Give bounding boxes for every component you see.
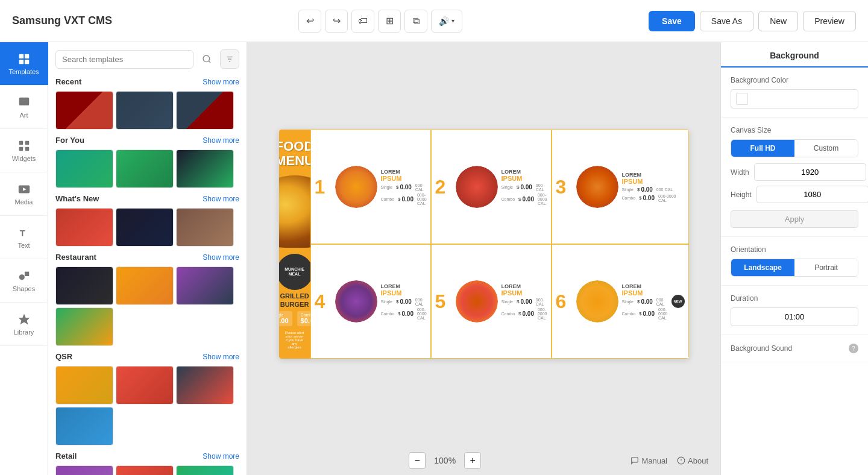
layers-button[interactable]: ⧉ xyxy=(404,10,427,33)
menu-right-grid: 1 LOREM IPSUM Single $0.00 000 CAL Combo… xyxy=(310,130,689,359)
full-hd-button[interactable]: Full HD xyxy=(731,140,794,157)
table-row[interactable]: 6 LOREM IPSUM Single $0.00 000 CAL Combo… xyxy=(552,244,689,359)
search-button[interactable] xyxy=(197,49,216,69)
table-row[interactable]: 3 LOREM IPSUM Single $0.00 000 CAL Combo… xyxy=(552,130,689,244)
item-image xyxy=(456,166,498,208)
svg-text:T: T xyxy=(19,228,25,238)
table-row[interactable]: 4 LOREM IPSUM Single $0.00 000 CAL Combo… xyxy=(310,244,431,359)
tag-button[interactable]: 🏷 xyxy=(351,10,374,33)
restaurant-grid xyxy=(55,266,239,346)
svg-marker-14 xyxy=(18,313,29,324)
list-item[interactable] xyxy=(55,366,113,404)
filter-button[interactable] xyxy=(220,49,239,69)
table-row[interactable]: 1 LOREM IPSUM Single $0.00 000 CAL Combo… xyxy=(310,130,431,244)
sidebar-item-label: Templates xyxy=(8,68,39,75)
qsr-show-more[interactable]: Show more xyxy=(203,353,239,361)
item-number: 5 xyxy=(435,292,452,311)
undo-button[interactable]: ↩ xyxy=(298,10,321,33)
orientation-toggle: Landscape Portrait xyxy=(731,259,858,277)
item-info: LOREM IPSUM Single $0.00 000 CAL Combo $… xyxy=(502,283,547,320)
list-item[interactable]: 30 xyxy=(116,465,174,475)
bg-color-label: Background Color xyxy=(731,76,858,84)
apply-button[interactable]: Apply xyxy=(731,210,858,228)
about-link[interactable]: About xyxy=(677,456,708,465)
item-image xyxy=(335,166,377,208)
list-item[interactable] xyxy=(176,465,234,475)
svg-rect-8 xyxy=(25,146,28,150)
sidebar-item-widgets[interactable]: Widgets xyxy=(0,129,48,172)
toolbar: ↩ ↪ 🏷 ⊞ ⧉ 🔊▾ xyxy=(298,10,462,33)
duration-input[interactable] xyxy=(731,307,858,326)
new-button[interactable]: New xyxy=(758,11,798,31)
sidebar-item-templates[interactable]: Templates xyxy=(0,42,48,86)
qsr-title: QSR xyxy=(55,352,72,361)
retail-section-header: Retail Show more xyxy=(55,451,239,461)
list-item[interactable] xyxy=(116,149,174,188)
preview-button[interactable]: Preview xyxy=(803,11,856,31)
restaurant-show-more[interactable]: Show more xyxy=(203,253,239,262)
new-badge: NEW xyxy=(671,295,685,308)
bottom-links: Manual About xyxy=(631,456,708,465)
retail-show-more[interactable]: Show more xyxy=(203,452,239,461)
list-item[interactable] xyxy=(116,208,174,247)
zoom-out-button[interactable]: − xyxy=(409,452,426,469)
sound-button[interactable]: 🔊▾ xyxy=(431,10,462,33)
table-row[interactable]: 2 LOREM IPSUM Single $0.00 000 CAL Combo… xyxy=(431,130,552,244)
item-info: LOREM IPSUM Single $0.00 000 CAL Combo $… xyxy=(381,283,427,320)
bg-color-input[interactable] xyxy=(731,89,858,109)
sidebar-item-media[interactable]: Media xyxy=(0,172,48,216)
munchie-badge: MUNCHIE MEAL xyxy=(279,254,310,290)
zoom-level: 100% xyxy=(430,456,459,465)
whats-new-show-more[interactable]: Show more xyxy=(203,195,239,203)
list-item[interactable] xyxy=(176,149,234,188)
item-image xyxy=(576,280,618,322)
search-input[interactable] xyxy=(55,50,193,69)
list-item[interactable] xyxy=(55,91,113,130)
list-item[interactable] xyxy=(176,266,234,305)
sidebar-item-art[interactable]: Art xyxy=(0,86,48,129)
list-item[interactable] xyxy=(176,366,234,404)
svg-rect-7 xyxy=(19,146,22,150)
canvas-container: FOOD MENU MUNCHIE MEAL GRILLED BURGER xyxy=(247,42,720,446)
zoom-in-button[interactable]: + xyxy=(464,452,481,469)
for-you-show-more[interactable]: Show more xyxy=(203,136,239,145)
list-item[interactable] xyxy=(116,91,174,130)
table-row[interactable]: 5 LOREM IPSUM Single $0.00 000 CAL Combo… xyxy=(431,244,552,359)
width-input[interactable] xyxy=(754,163,866,181)
save-button[interactable]: Save xyxy=(649,11,695,31)
list-item[interactable] xyxy=(55,208,113,247)
food-menu-template[interactable]: FOOD MENU MUNCHIE MEAL GRILLED BURGER xyxy=(279,130,689,359)
sidebar-item-shapes[interactable]: Shapes xyxy=(0,259,48,303)
save-as-button[interactable]: Save As xyxy=(700,11,753,31)
grid-button[interactable]: ⊞ xyxy=(378,10,401,33)
list-item[interactable] xyxy=(55,407,113,445)
whats-new-grid xyxy=(55,208,239,247)
canvas-size-toggle: Full HD Custom xyxy=(731,139,858,157)
list-item[interactable] xyxy=(55,149,113,188)
help-icon[interactable]: ? xyxy=(849,344,858,353)
for-you-grid xyxy=(55,149,239,188)
redo-button[interactable]: ↪ xyxy=(325,10,348,33)
landscape-button[interactable]: Landscape xyxy=(731,259,794,276)
sidebar-item-text[interactable]: T Text xyxy=(0,216,48,259)
manual-link[interactable]: Manual xyxy=(631,456,667,465)
bg-sound-section: Background Sound ? xyxy=(721,335,868,362)
list-item[interactable] xyxy=(176,208,234,247)
recent-show-more[interactable]: Show more xyxy=(203,78,239,86)
portrait-button[interactable]: Portrait xyxy=(794,259,858,276)
list-item[interactable] xyxy=(55,465,113,475)
list-item[interactable] xyxy=(116,266,174,305)
list-item[interactable] xyxy=(176,91,234,130)
list-item[interactable] xyxy=(55,266,113,305)
custom-button[interactable]: Custom xyxy=(794,140,858,157)
height-input[interactable] xyxy=(756,186,868,203)
left-navigation: Templates Art Widgets Media T Text Shape… xyxy=(0,42,48,475)
app-title: Samsung VXT CMS xyxy=(12,14,112,27)
list-item[interactable] xyxy=(116,366,174,404)
svg-rect-0 xyxy=(19,54,23,58)
list-item[interactable] xyxy=(55,307,113,346)
item-info: LOREM IPSUM Single $0.00 000 CAL Combo $… xyxy=(622,283,668,320)
retail-title: Retail xyxy=(55,451,77,461)
sidebar-item-library[interactable]: Library xyxy=(0,303,48,346)
templates-panel: Recent Show more For You Show more What'… xyxy=(48,42,247,475)
